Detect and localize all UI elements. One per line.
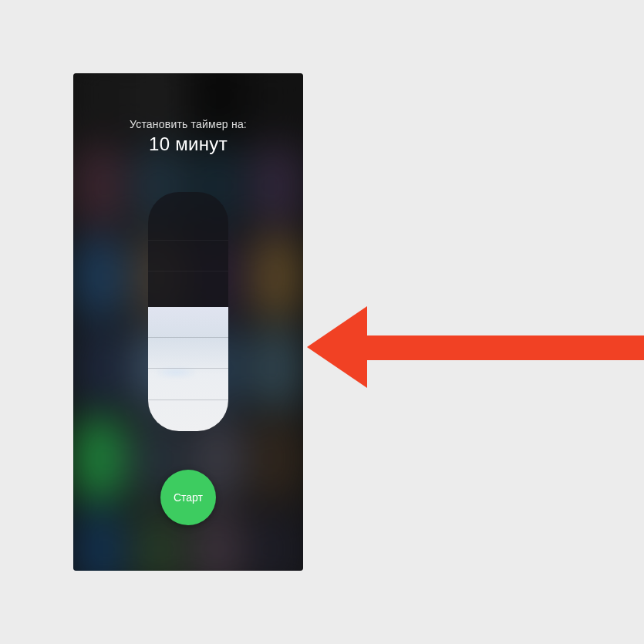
start-button-label: Старт (174, 491, 203, 504)
slider-tick (148, 271, 228, 271)
slider-tick (148, 240, 228, 241)
arrow-shaft (353, 335, 644, 360)
slider-highlight (156, 368, 196, 377)
start-button[interactable]: Старт (160, 470, 216, 525)
phone-screen: Установить таймер на: 10 минут Старт (73, 73, 303, 571)
slider-tick (148, 400, 228, 400)
timer-overlay-content: Установить таймер на: 10 минут Старт (73, 73, 303, 571)
timer-slider[interactable] (148, 192, 228, 431)
timer-value: 10 минут (149, 133, 228, 155)
arrow-head-icon (307, 306, 367, 388)
annotation-arrow (307, 306, 644, 387)
slider-fill (148, 307, 228, 431)
timer-title-label: Установить таймер на: (130, 118, 247, 130)
slider-tick (148, 337, 228, 338)
slider-tick (148, 368, 228, 369)
